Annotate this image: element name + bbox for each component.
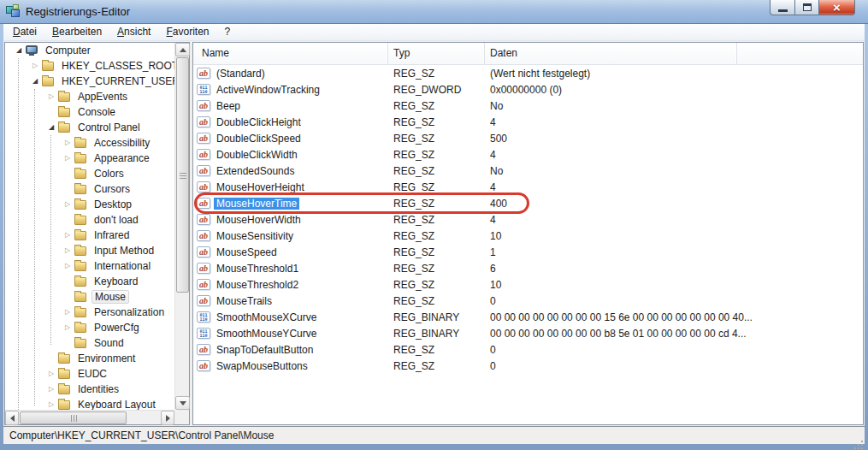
- scroll-left-button[interactable]: [5, 411, 19, 425]
- tree-item-label: Identities: [75, 382, 121, 397]
- tree-item-mouse[interactable]: Mouse: [5, 289, 174, 305]
- expander-collapsed-icon[interactable]: ▷: [61, 305, 74, 320]
- expander-collapsed-icon[interactable]: ▷: [28, 58, 42, 74]
- string-value-icon: ab: [197, 133, 210, 145]
- maximize-button[interactable]: [794, 0, 819, 15]
- menu-item-favoriten[interactable]: Favoriten: [158, 24, 216, 40]
- tree-item-international[interactable]: ▷International: [5, 258, 174, 274]
- scroll-right-button[interactable]: [161, 411, 174, 425]
- tree-item-infrared[interactable]: ▷Infrared: [5, 228, 174, 243]
- value-name: MouseThreshold2: [214, 279, 301, 291]
- expander-collapsed-icon[interactable]: ▷: [44, 89, 58, 104]
- expander-collapsed-icon[interactable]: ▷: [44, 382, 58, 397]
- folder-icon: [74, 306, 88, 318]
- value-data: 1: [485, 246, 863, 258]
- tree-item-label: Cursors: [92, 181, 133, 197]
- registry-value-row-swapmousebuttons[interactable]: abSwapMouseButtonsREG_SZ0: [193, 358, 863, 374]
- expander-collapsed-icon[interactable]: ▷: [61, 197, 74, 212]
- tree-item-label: Personalization: [92, 305, 167, 320]
- folder-icon: [74, 337, 88, 349]
- client-area: DateiBearbeitenAnsichtFavoriten? ◢Comput…: [3, 24, 865, 444]
- title-bar[interactable]: Registrierungs-Editor ×: [0, 0, 868, 24]
- value-data: No: [485, 100, 863, 112]
- close-button[interactable]: ×: [819, 0, 855, 15]
- expander-collapsed-icon[interactable]: ▷: [44, 366, 58, 382]
- column-header-name[interactable]: Name: [193, 43, 388, 64]
- column-header-daten[interactable]: Daten: [485, 43, 737, 64]
- tree-vertical-scrollbar[interactable]: [174, 43, 189, 410]
- registry-value-row-standard[interactable]: ab(Standard)REG_SZ(Wert nicht festgelegt…: [193, 65, 863, 81]
- registry-value-row-mousehovertime[interactable]: abMouseHoverTimeREG_SZ400: [193, 195, 863, 211]
- tree-item-eudc[interactable]: ▷EUDC: [5, 366, 174, 382]
- expander-expanded-icon[interactable]: ◢: [12, 43, 26, 58]
- expander-collapsed-icon[interactable]: ▷: [61, 151, 74, 166]
- registry-value-row-mousetrails[interactable]: abMouseTrailsREG_SZ0: [193, 293, 863, 309]
- expander-collapsed-icon[interactable]: ▷: [61, 243, 74, 258]
- registry-value-row-activewindowtracking[interactable]: 011110ActiveWindowTrackingREG_DWORD0x000…: [193, 81, 863, 98]
- tree-item-console[interactable]: Console: [5, 104, 174, 120]
- registry-value-row-extendedsounds[interactable]: abExtendedSoundsREG_SZNo: [193, 163, 863, 179]
- expander-expanded-icon[interactable]: ◢: [44, 120, 58, 135]
- expander-expanded-icon[interactable]: ◢: [28, 74, 42, 89]
- expander-collapsed-icon[interactable]: ▷: [61, 135, 74, 151]
- tree-item-cursors[interactable]: Cursors: [5, 181, 174, 197]
- registry-value-row-beep[interactable]: abBeepREG_SZNo: [193, 98, 863, 114]
- value-type: REG_DWORD: [388, 84, 485, 96]
- horizontal-scroll-thumb[interactable]: [20, 412, 127, 424]
- registry-value-row-snaptodefaultbutton[interactable]: abSnapToDefaultButtonREG_SZ0: [193, 341, 863, 358]
- registry-value-row-mousethreshold2[interactable]: abMouseThreshold2REG_SZ10: [193, 276, 863, 293]
- tree-item-hkey-current-user[interactable]: ◢HKEY_CURRENT_USER: [5, 74, 174, 89]
- tree-item-colors[interactable]: Colors: [5, 166, 174, 181]
- tree-item-hkey-classes-root[interactable]: ▷HKEY_CLASSES_ROOT: [5, 58, 174, 74]
- tree-item-sound[interactable]: Sound: [5, 335, 174, 351]
- tree-item-accessibility[interactable]: ▷Accessibility: [5, 135, 174, 151]
- registry-value-row-smoothmousexcurve[interactable]: 011110SmoothMouseXCurveREG_BINARY00 00 0…: [193, 309, 863, 325]
- value-type: REG_SZ: [388, 344, 485, 356]
- folder-icon: [42, 75, 56, 87]
- tree-item-desktop[interactable]: ▷Desktop: [5, 197, 174, 212]
- value-type: REG_SZ: [388, 149, 485, 161]
- menu-item-datei[interactable]: Datei: [5, 24, 44, 40]
- menu-item-bearbeiten[interactable]: Bearbeiten: [44, 24, 109, 40]
- registry-value-row-mousespeed[interactable]: abMouseSpeedREG_SZ1: [193, 244, 863, 260]
- resize-grip-icon[interactable]: [861, 441, 863, 442]
- tree-item-input-method[interactable]: ▷Input Method: [5, 243, 174, 258]
- tree-item-identities[interactable]: ▷Identities: [5, 382, 174, 397]
- registry-value-row-mousesensitivity[interactable]: abMouseSensitivityREG_SZ10: [193, 228, 863, 244]
- registry-value-row-smoothmouseycurve[interactable]: 011110SmoothMouseYCurveREG_BINARY00 00 0…: [193, 325, 863, 341]
- tree-item-computer[interactable]: ◢Computer: [5, 43, 174, 58]
- tree-item-keyboard[interactable]: Keyboard: [5, 274, 174, 289]
- tree-item-appevents[interactable]: ▷AppEvents: [5, 89, 174, 104]
- value-data: No: [485, 165, 863, 177]
- tree-item-control-panel[interactable]: ◢Control Panel: [5, 120, 174, 135]
- expander-collapsed-icon[interactable]: ▷: [61, 228, 74, 243]
- registry-value-row-doubleclickheight[interactable]: abDoubleClickHeightREG_SZ4: [193, 114, 863, 130]
- tree-item-label: Mouse: [92, 290, 129, 304]
- registry-value-row-doubleclickwidth[interactable]: abDoubleClickWidthREG_SZ4: [193, 146, 863, 163]
- expander-collapsed-icon[interactable]: ▷: [61, 258, 74, 274]
- tree-item-powercfg[interactable]: ▷PowerCfg: [5, 320, 174, 335]
- tree-item-personalization[interactable]: ▷Personalization: [5, 305, 174, 320]
- tree-item-environment[interactable]: Environment: [5, 351, 174, 366]
- tree-item-don-t-load[interactable]: don't load: [5, 212, 174, 228]
- tree-item-appearance[interactable]: ▷Appearance: [5, 151, 174, 166]
- menu-item-item[interactable]: ?: [217, 24, 239, 40]
- scroll-up-button[interactable]: [175, 43, 190, 56]
- menu-item-ansicht[interactable]: Ansicht: [109, 24, 158, 40]
- scroll-down-button[interactable]: [175, 396, 190, 410]
- registry-value-row-mousehoverheight[interactable]: abMouseHoverHeightREG_SZ4: [193, 179, 863, 195]
- registry-value-row-mousehoverwidth[interactable]: abMouseHoverWidthREG_SZ4: [193, 211, 863, 228]
- minimize-button[interactable]: [770, 0, 794, 15]
- value-type: REG_BINARY: [388, 328, 485, 340]
- expander-collapsed-icon[interactable]: ▷: [61, 320, 74, 335]
- column-header-typ[interactable]: Typ: [388, 43, 485, 64]
- window-title: Registrierungs-Editor: [26, 5, 130, 18]
- expander-collapsed-icon[interactable]: ▷: [44, 397, 58, 410]
- vertical-scroll-thumb[interactable]: [176, 57, 189, 293]
- registry-value-row-doubleclickspeed[interactable]: abDoubleClickSpeedREG_SZ500: [193, 130, 863, 146]
- folder-icon: [74, 198, 88, 210]
- value-data: 4: [485, 149, 863, 161]
- tree-item-keyboard-layout[interactable]: ▷Keyboard Layout: [5, 397, 174, 410]
- tree-horizontal-scrollbar[interactable]: [5, 410, 174, 424]
- registry-value-row-mousethreshold1[interactable]: abMouseThreshold1REG_SZ6: [193, 260, 863, 276]
